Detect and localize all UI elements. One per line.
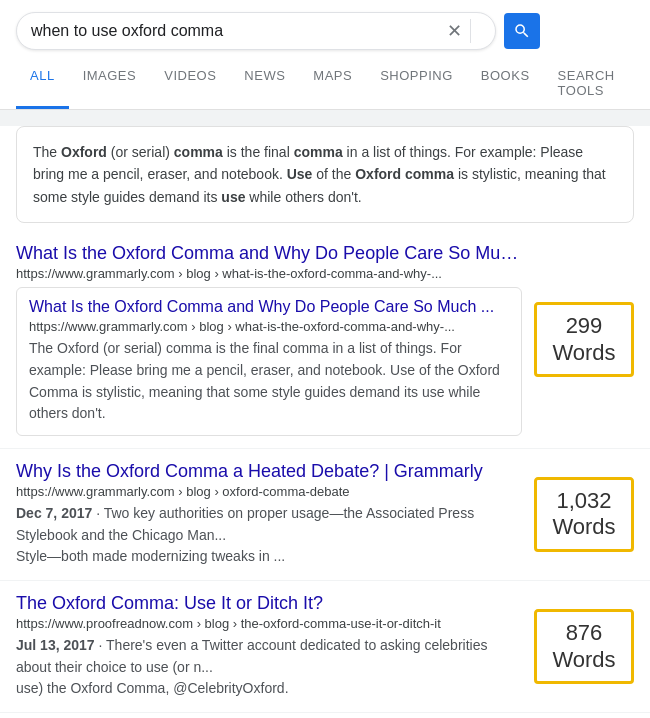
search-input[interactable]	[31, 22, 447, 40]
tab-shopping[interactable]: SHOPPING	[366, 60, 467, 109]
search-icon	[513, 22, 531, 40]
tab-books[interactable]: BOOKS	[467, 60, 544, 109]
result-row: The Oxford Comma: Use It or Ditch It? ht…	[16, 593, 634, 700]
search-button[interactable]	[504, 13, 540, 49]
main-content: The Oxford (or serial) comma is the fina…	[0, 126, 650, 718]
result-title[interactable]: Why Is the Oxford Comma a Heated Debate?…	[16, 461, 522, 482]
clear-icon[interactable]: ✕	[447, 20, 462, 42]
result-title[interactable]: What Is the Oxford Comma and Why Do Peop…	[16, 243, 522, 264]
search-box: ✕	[16, 12, 496, 50]
tab-maps[interactable]: MAPS	[299, 60, 366, 109]
snippet-text: The Oxford (or serial) comma is the fina…	[33, 144, 606, 205]
result-content: What Is the Oxford Comma and Why Do Peop…	[16, 243, 522, 436]
result-url: https://www.grammarly.com › blog › oxfor…	[16, 484, 522, 499]
result-url: https://www.proofreadnow.com › blog › th…	[16, 616, 522, 631]
result-title[interactable]: The Oxford Comma: Use It or Ditch It?	[16, 593, 522, 614]
inner-snippet-card: What Is the Oxford Comma and Why Do Peop…	[16, 287, 522, 436]
result-snippet: Jul 13, 2017 · There's even a Twitter ac…	[16, 635, 522, 700]
result-row: Why Is the Oxford Comma a Heated Debate?…	[16, 461, 634, 568]
tab-videos[interactable]: VIDEOS	[150, 60, 230, 109]
featured-snippet: The Oxford (or serial) comma is the fina…	[16, 126, 634, 223]
inner-result-snippet: The Oxford (or serial) comma is the fina…	[29, 338, 509, 425]
result-item: The Oxford Comma: Use It or Ditch It? ht…	[0, 581, 650, 713]
result-item: Always use the Oxford comma - Business I…	[0, 713, 650, 718]
header: ✕ ALL IMAGES VIDEOS NEWS MAPS SHOPPING B…	[0, 0, 650, 110]
tab-search-tools[interactable]: SEARCH TOOLS	[544, 60, 634, 109]
result-row: What Is the Oxford Comma and Why Do Peop…	[16, 243, 634, 436]
result-date: Dec 7, 2017	[16, 505, 92, 521]
result-content: Why Is the Oxford Comma a Heated Debate?…	[16, 461, 522, 568]
nav-tabs: ALL IMAGES VIDEOS NEWS MAPS SHOPPING BOO…	[16, 60, 634, 109]
result-snippet: Dec 7, 2017 · Two key authorities on pro…	[16, 503, 522, 568]
word-count-badge: 1,032Words	[534, 477, 634, 552]
tab-all[interactable]: ALL	[16, 60, 69, 109]
result-item: Why Is the Oxford Comma a Heated Debate?…	[0, 449, 650, 581]
result-date: Jul 13, 2017	[16, 637, 95, 653]
tab-images[interactable]: IMAGES	[69, 60, 151, 109]
tab-news[interactable]: NEWS	[230, 60, 299, 109]
result-url: https://www.grammarly.com › blog › what-…	[16, 266, 522, 281]
search-bar-row: ✕	[16, 12, 634, 50]
word-count-badge: 299Words	[534, 302, 634, 377]
result-item: What Is the Oxford Comma and Why Do Peop…	[0, 231, 650, 449]
inner-result-url: https://www.grammarly.com › blog › what-…	[29, 319, 509, 334]
word-count-badge: 876Words	[534, 609, 634, 684]
result-content: The Oxford Comma: Use It or Ditch It? ht…	[16, 593, 522, 700]
inner-result-title[interactable]: What Is the Oxford Comma and Why Do Peop…	[29, 298, 509, 316]
